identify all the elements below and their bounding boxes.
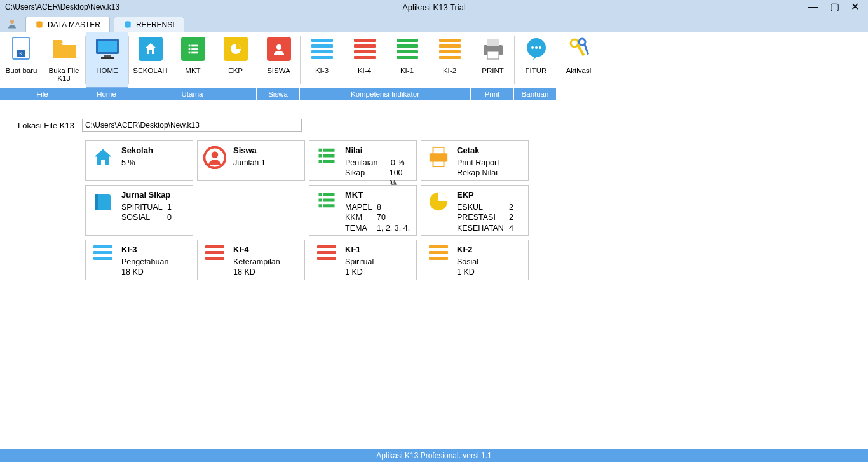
bars-icon [315, 244, 339, 276]
svg-rect-28 [583, 43, 589, 55]
kv-key: MAPEL [345, 202, 377, 213]
bars-icon [437, 36, 463, 62]
svg-rect-35 [319, 160, 322, 163]
buat-baru-button[interactable]: K Buat baru [0, 32, 43, 88]
kv-val: 0 % [391, 158, 405, 168]
kv-key: KKM [345, 212, 377, 223]
sekolah-button[interactable]: SEKOLAH [129, 32, 172, 88]
kv-val: 4 [509, 223, 513, 234]
print-button[interactable]: PRINT [471, 32, 514, 88]
svg-rect-14 [188, 52, 190, 54]
ribbon-label: PRINT [482, 67, 504, 74]
home-button[interactable]: HOME [86, 32, 128, 88]
card-title: Sekolah [121, 145, 187, 156]
group-siswa: Siswa [257, 88, 300, 100]
svg-text:K: K [19, 51, 23, 57]
close-icon[interactable]: ✕ [851, 2, 859, 12]
minimize-icon[interactable]: — [808, 2, 818, 12]
card-title: MKT [345, 189, 411, 201]
monitor-icon [95, 36, 120, 62]
card-sekolah[interactable]: Sekolah5 % [85, 140, 193, 181]
tab-label: REFRENSI [136, 20, 175, 29]
svg-rect-36 [323, 160, 335, 163]
card-ki3[interactable]: KI-3Pengetahuan18 KD [85, 240, 193, 280]
card-ki2[interactable]: KI-2Sosial1 KD [421, 240, 529, 280]
card-cetak[interactable]: CetakPrint RaportRekap Nilai [421, 140, 529, 181]
card-ki1[interactable]: KI-1Spiritual1 KD [309, 240, 417, 280]
ki4-button[interactable]: KI-4 [343, 32, 386, 88]
card-grid: Sekolah5 % SiswaJumlah 1 Nilai Penilaian… [85, 140, 859, 280]
kv-val: 1 [167, 202, 172, 213]
group-print: Print [471, 88, 514, 100]
card-ekp[interactable]: EKP ESKUL2 PRESTASI2 KESEHATAN4 [421, 185, 529, 236]
card-mkt[interactable]: MKT MAPEL8 KKM70 TEMA1, 2, 3, 4, [309, 185, 417, 236]
window-path: C:\Users\ACER\Desktop\New.k13 [5, 3, 119, 11]
ribbon-label: EKP [228, 67, 243, 74]
svg-point-17 [276, 44, 281, 50]
group-file: File [0, 88, 85, 100]
card-line: Print Raport [457, 158, 523, 168]
list-icon [180, 36, 206, 62]
bars-icon [309, 36, 335, 62]
ribbon-label: KI-4 [358, 67, 371, 74]
printer-icon [426, 145, 451, 177]
location-row: Lokasi File K13 [18, 119, 859, 132]
list-icon [315, 189, 339, 231]
svg-rect-19 [487, 39, 499, 46]
card-title: KI-2 [457, 244, 523, 255]
ribbon-label: FITUR [526, 67, 547, 74]
card-title: Jurnal Sikap [121, 189, 187, 201]
kv-val: 8 [377, 202, 381, 213]
ki2-button[interactable]: KI-2 [428, 32, 471, 88]
ribbon-label: KI-3 [315, 67, 329, 74]
tab-data-master[interactable]: DATA MASTER [25, 17, 110, 32]
card-line: 5 % [121, 158, 187, 168]
kv-val: 1, 2, 3, 4, [377, 223, 410, 234]
svg-rect-11 [191, 45, 198, 47]
card-siswa[interactable]: SiswaJumlah 1 [197, 140, 305, 181]
main-content: Lokasi File K13 Sekolah5 % SiswaJumlah 1… [0, 100, 868, 280]
card-title: KI-1 [345, 244, 411, 255]
ribbon-label: KI-2 [443, 67, 456, 74]
card-line: Sosial [457, 257, 523, 268]
card-nilai[interactable]: Nilai Penilaian0 % Sikap100 % [309, 140, 417, 181]
bars-icon [352, 36, 377, 62]
siswa-button[interactable]: SISWA [257, 32, 300, 88]
svg-rect-42 [323, 193, 335, 196]
aktivasi-button[interactable]: Aktivasi [557, 32, 600, 88]
card-line: Keterampilan [233, 257, 299, 268]
fitur-button[interactable]: FITUR [515, 32, 557, 88]
buka-file-button[interactable]: Buka File K13 [43, 32, 85, 88]
ekp-button[interactable]: EKP [214, 32, 257, 88]
ribbon-label: Buka File K13 [43, 67, 85, 82]
ki3-button[interactable]: KI-3 [301, 32, 343, 88]
ribbon-label: SEKOLAH [133, 67, 167, 74]
tab-refrensi[interactable]: REFRENSI [114, 17, 184, 32]
ribbon-label: SISWA [267, 67, 290, 74]
folder-icon [51, 36, 77, 62]
card-jurnal-sikap[interactable]: Jurnal Sikap SPIRITUAL1 SOSIAL0 [85, 185, 193, 236]
location-input[interactable] [82, 119, 302, 132]
mkt-button[interactable]: MKT [172, 32, 214, 88]
svg-rect-43 [319, 199, 322, 202]
bars-icon [426, 244, 451, 276]
kv-key: Penilaian [345, 158, 391, 168]
ki1-button[interactable]: KI-1 [386, 32, 428, 88]
svg-rect-46 [323, 204, 335, 207]
svg-rect-7 [98, 41, 117, 52]
svg-point-22 [531, 46, 534, 49]
printer-icon [480, 36, 506, 62]
kv-key: TEMA [345, 223, 377, 234]
svg-point-24 [539, 46, 541, 49]
card-ki4[interactable]: KI-4Keterampilan18 KD [197, 240, 305, 280]
kv-key: ESKUL [457, 202, 509, 213]
pie-icon [223, 36, 248, 62]
card-title: KI-3 [121, 244, 187, 255]
location-label: Lokasi File K13 [18, 121, 74, 130]
user-icon [6, 18, 18, 29]
card-title: Nilai [345, 145, 411, 156]
card-line: Pengetahuan [121, 257, 187, 268]
maximize-icon[interactable]: ▢ [830, 2, 839, 12]
svg-rect-32 [323, 149, 335, 152]
kv-val: 70 [377, 212, 386, 223]
